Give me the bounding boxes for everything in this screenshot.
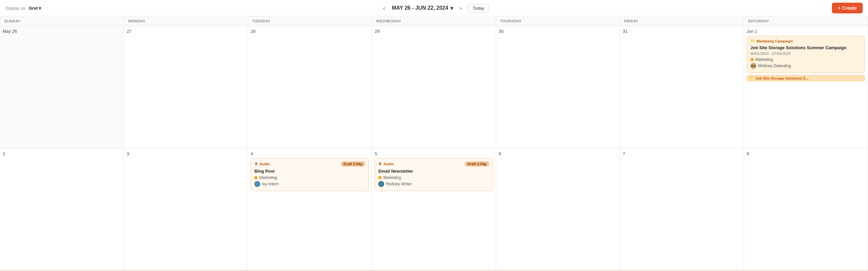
card-header: 🎙 Audio Draft 2:04p: [254, 161, 365, 167]
overflow-tag-text: Job Site Storage Solutions S...: [755, 76, 809, 80]
event-assignee-row: 🌐 Rodney Writer: [378, 181, 489, 187]
day-header-monday: MONDAY: [124, 17, 248, 26]
day-number: 7: [623, 151, 741, 156]
day-number: 31: [623, 29, 741, 34]
day-number: 5: [375, 151, 493, 156]
today-button[interactable]: Today: [468, 4, 489, 12]
dot-icon: [378, 176, 381, 179]
draft-badge: Draft 2:04p: [465, 161, 489, 167]
day-cell-may26: May 26: [0, 26, 124, 148]
day-header-sunday: SUNDAY: [0, 17, 124, 26]
card-header: 🎙 Audio Draft 2:04p: [378, 161, 489, 167]
event-assignee-row: 🌐 Ivy Intern: [254, 181, 365, 187]
day-number: 30: [499, 29, 617, 34]
event-category: Marketing: [383, 175, 401, 180]
day-header-friday: FRIDAY: [620, 17, 744, 26]
day-header-tuesday: TUESDAY: [248, 17, 372, 26]
folder-icon: 📁: [749, 76, 754, 80]
event-category-row: Marketing: [254, 175, 365, 180]
date-range-label: MAY 26 - JUN 22, 2024: [392, 5, 448, 11]
microphone-icon: 🎙: [378, 162, 382, 166]
day-cell-2: 2: [0, 148, 124, 271]
day-cell-jun1: Jun 1 📁 Marketing Campaign Job Site Stor…: [744, 26, 868, 148]
event-assignee: Rodney Writer: [386, 182, 411, 186]
campaign-assignee: Whitney Deterding: [758, 63, 791, 68]
campaign-dates: 06/01/2024 - 07/06/2024: [750, 52, 861, 56]
day-cell-3: 3: [124, 148, 248, 271]
date-range[interactable]: MAY 26 - JUN 22, 2024 ▾: [392, 5, 453, 11]
campaign-label: 📁 Marketing Campaign: [750, 39, 861, 43]
event-type: 🎙 Audio: [378, 162, 394, 166]
campaign-assignee-row: WD Whitney Deterding: [750, 63, 861, 69]
day-number: 8: [747, 151, 865, 156]
avatar: 🌐: [254, 181, 260, 187]
chevron-down-icon: ▾: [451, 5, 453, 11]
toolbar: Display as Grid ▾ ‹ MAY 26 - JUN 22, 202…: [0, 0, 868, 17]
day-number: 6: [499, 151, 617, 156]
create-button[interactable]: + Create: [832, 3, 863, 13]
day-cell-29: 29: [372, 26, 496, 148]
event-type: 🎙 Audio: [254, 162, 270, 166]
event-category: Marketing: [259, 175, 277, 180]
campaign-title: Job Site Storage Solutions Summer Campai…: [750, 45, 861, 50]
day-cell-31: 31: [620, 26, 744, 148]
campaign-category: Marketing: [755, 57, 773, 62]
event-title: Blog Post: [254, 169, 365, 174]
prev-button[interactable]: ‹: [380, 3, 388, 13]
campaign-category-row: Marketing: [750, 57, 861, 62]
display-as-label: Display as: [5, 6, 25, 11]
day-cell-28: 28: [248, 26, 372, 148]
week2-row: 2 3 4 🎙 Audio Draft 2:04p Blog Post Ma: [0, 148, 868, 271]
day-header-wednesday: WEDNESDAY: [372, 17, 496, 26]
day-number: Jun 1: [747, 29, 865, 34]
day-cell-5: 5 🎙 Audio Draft 2:04p Email Newsletter M…: [372, 148, 496, 271]
day-header-saturday: SATURDAY: [744, 17, 868, 26]
blog-post-card[interactable]: 🎙 Audio Draft 2:04p Blog Post Marketing …: [251, 158, 369, 191]
avatar: WD: [750, 63, 756, 69]
day-cell-4: 4 🎙 Audio Draft 2:04p Blog Post Marketin…: [248, 148, 372, 271]
grid-button[interactable]: Grid ▾: [27, 5, 42, 11]
week1-row: May 26 27 28 29 30 31 Jun 1 📁: [0, 26, 868, 148]
day-cell-7: 7: [620, 148, 744, 271]
calendar-wrapper: SUNDAY MONDAY TUESDAY WEDNESDAY THURSDAY…: [0, 17, 868, 271]
day-number: 29: [375, 29, 493, 34]
chevron-down-icon: ▾: [39, 6, 41, 11]
overflow-tag[interactable]: 📁 Job Site Storage Solutions S...: [747, 75, 865, 81]
day-number: 3: [127, 151, 245, 156]
day-cell-30: 30: [496, 26, 620, 148]
next-button[interactable]: ›: [457, 3, 464, 13]
microphone-icon: 🎙: [254, 162, 258, 166]
nav-center: ‹ MAY 26 - JUN 22, 2024 ▾ › Today: [380, 3, 489, 13]
event-category-row: Marketing: [378, 175, 489, 180]
email-newsletter-card[interactable]: 🎙 Audio Draft 2:04p Email Newsletter Mar…: [375, 158, 493, 191]
day-cell-6: 6: [496, 148, 620, 271]
display-as-control: Display as Grid ▾: [5, 5, 42, 11]
day-header-thursday: THURSDAY: [496, 17, 620, 26]
event-type-label: Audio: [259, 162, 270, 166]
event-type-label: Audio: [383, 162, 394, 166]
day-cell-8: 8: [744, 148, 868, 271]
campaign-card[interactable]: 📁 Marketing Campaign Job Site Storage So…: [747, 36, 865, 73]
day-cell-27: 27: [124, 26, 248, 148]
day-number: May 26: [3, 29, 121, 34]
day-number: 28: [251, 29, 369, 34]
draft-badge: Draft 2:04p: [341, 161, 365, 167]
day-number: 2: [3, 151, 121, 156]
day-number: 27: [127, 29, 245, 34]
campaign-label-text: Marketing Campaign: [757, 39, 793, 43]
day-number: 4: [251, 151, 369, 156]
folder-icon: 📁: [750, 39, 755, 43]
event-title: Email Newsletter: [378, 169, 489, 174]
avatar: 🌐: [378, 181, 384, 187]
grid-label: Grid: [29, 6, 38, 11]
dot-icon: [254, 176, 257, 179]
event-assignee: Ivy Intern: [262, 182, 278, 186]
dot-icon: [750, 58, 754, 61]
day-headers: SUNDAY MONDAY TUESDAY WEDNESDAY THURSDAY…: [0, 17, 868, 26]
